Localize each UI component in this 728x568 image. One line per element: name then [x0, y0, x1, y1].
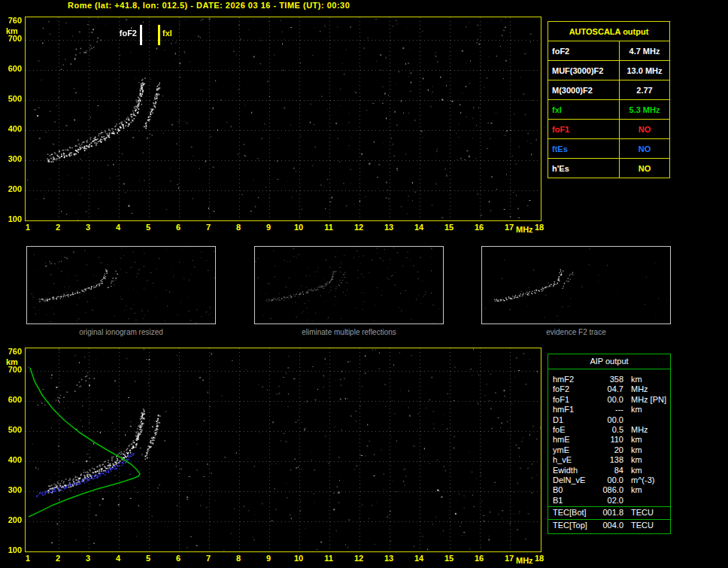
aip-param-name: hmF2 [553, 375, 598, 384]
autoscala-param-value: 4.7 MHz [620, 41, 670, 61]
autoscala-app-screen: Rome (lat: +41.8, lon: 012.5) - DATE: 20… [0, 0, 728, 568]
x-axis-tick: 7 [206, 223, 211, 232]
aip-param-unit: MHz [631, 425, 648, 435]
aip-param-unit: km [631, 445, 642, 455]
x-axis-tick: 12 [354, 223, 363, 232]
aip-row: hmF2358km [548, 375, 670, 384]
x-axis-tick: 13 [384, 223, 393, 232]
autoscala-param-value: 5.3 MHz [620, 100, 670, 120]
aip-row: hmE110km [548, 435, 670, 445]
aip-param-note: [PN] [651, 395, 666, 405]
aip-param-value: 086.0 [598, 485, 623, 495]
thumbnail-caption-2: eliminate multiple reflections [254, 328, 444, 336]
aip-param-unit: TECU [631, 520, 654, 531]
y-axis-tick: 400 [2, 124, 22, 134]
aip-param-value: 110 [598, 435, 623, 445]
x-axis-tick: 5 [146, 554, 150, 563]
thumbnail-eliminate-reflections [254, 246, 444, 324]
x-axis-tick: 4 [116, 223, 120, 232]
y-axis-tick: 760 [2, 16, 22, 26]
aip-row: h_vE138km [548, 455, 670, 465]
x-axis-tick: 5 [146, 223, 150, 232]
autoscala-row: foF1NO [548, 120, 670, 139]
autoscala-param-value: NO [620, 159, 670, 178]
autoscala-table-header-row: AUTOSCALA output [548, 22, 670, 41]
x-axis-tick: 18 [535, 223, 544, 232]
aip-param-name: TEC[Bot] [553, 507, 598, 518]
aip-param-name: foE [553, 425, 598, 435]
x-axis-tick: 8 [236, 223, 241, 232]
x-axis-tick: 15 [444, 554, 453, 563]
x-axis-tick: 4 [116, 554, 120, 563]
x-axis-tick: 10 [294, 223, 303, 232]
station-date-time-title: Rome (lat: +41.8, lon: 012.5) - DATE: 20… [68, 1, 350, 10]
x-axis-tick: 17 [505, 223, 514, 232]
y-axis-tick: 300 [2, 485, 22, 495]
foF2-marker-line [140, 25, 142, 45]
profile-ionogram-plot [25, 348, 541, 552]
x-axis-tick: 18 [535, 554, 544, 563]
autoscala-table-title: AUTOSCALA output [548, 22, 670, 41]
profile-ionogram-canvas [26, 348, 541, 551]
aip-row: TEC[Top]004.0TECU [548, 519, 670, 531]
aip-param-value: 02.0 [598, 496, 623, 506]
x-axis-tick: 17 [505, 554, 514, 563]
aip-row: B0086.0km [548, 485, 670, 495]
x-axis-tick: 9 [266, 223, 271, 232]
x-axis-tick: 2 [56, 554, 60, 563]
aip-param-unit: TECU [631, 507, 654, 518]
autoscala-param-value: NO [620, 139, 670, 159]
aip-param-value: 84 [598, 466, 623, 475]
fxI-marker-line [158, 25, 160, 45]
autoscala-param-name: h'Es [548, 159, 620, 178]
x-axis-tick: 11 [324, 554, 333, 563]
autoscala-param-name: MUF(3000)F2 [548, 61, 620, 80]
x-axis-tick: 9 [266, 554, 271, 563]
aip-row: ymE20km [548, 445, 670, 455]
autoscala-row: foF24.7 MHz [548, 41, 670, 61]
x-axis-tick: 3 [86, 223, 90, 232]
aip-param-value: 00.0 [598, 415, 623, 425]
aip-param-name: hmF1 [553, 405, 598, 415]
y-axis-tick: 200 [2, 515, 22, 525]
thumbnail-caption-1: original ionogram resized [26, 328, 216, 336]
x-axis-tick: 16 [475, 223, 484, 232]
thumbnail-canvas-1 [27, 247, 215, 323]
aip-param-value: 00.0 [598, 475, 623, 485]
aip-param-value: 138 [598, 455, 623, 465]
aip-param-unit: km [631, 405, 642, 415]
y-axis-tick: 600 [2, 395, 22, 405]
aip-row: foF204.7MHz [548, 384, 670, 394]
x-axis-tick: 1 [26, 223, 30, 232]
y-axis-tick: 100 [2, 545, 22, 555]
x-axis-tick: 10 [294, 554, 303, 563]
x-axis-tick: 7 [206, 554, 211, 563]
thumbnail-canvas-2 [255, 247, 443, 323]
x-axis-tick: 15 [444, 223, 453, 232]
aip-param-value: 04.7 [598, 384, 623, 394]
aip-param-value: 20 [598, 445, 623, 455]
autoscala-row: h'EsNO [548, 159, 670, 178]
autoscala-param-name: foF2 [548, 41, 620, 61]
foF2-marker-label: foF2 [111, 29, 137, 38]
y-axis-tick: 700 [2, 365, 22, 375]
aip-param-name: foF1 [553, 395, 598, 405]
aip-param-value: 004.0 [598, 520, 623, 531]
x-axis-unit-label-top: MHz [516, 225, 533, 234]
autoscala-param-name: M(3000)F2 [548, 80, 620, 100]
aip-param-name: TEC[Top] [553, 520, 598, 531]
aip-row: Ewidth84km [548, 466, 670, 475]
aip-row: DelN_vE00.0m^(-3) [548, 475, 670, 485]
aip-row: foE0.5MHz [548, 425, 670, 435]
y-axis-tick: 760 [2, 347, 22, 357]
aip-row: D100.0 [548, 415, 670, 425]
aip-param-value: 0.5 [598, 425, 623, 435]
aip-param-name: h_vE [553, 455, 598, 465]
autoscala-param-name: fxI [548, 100, 620, 120]
x-axis-unit-label-bottom: MHz [516, 556, 533, 565]
x-axis-tick: 13 [384, 554, 393, 563]
x-axis-tick: 16 [475, 554, 484, 563]
aip-param-name: Ewidth [553, 466, 598, 475]
thumbnail-evidence-f2-trace [481, 246, 671, 324]
y-axis-tick: 100 [2, 214, 22, 224]
